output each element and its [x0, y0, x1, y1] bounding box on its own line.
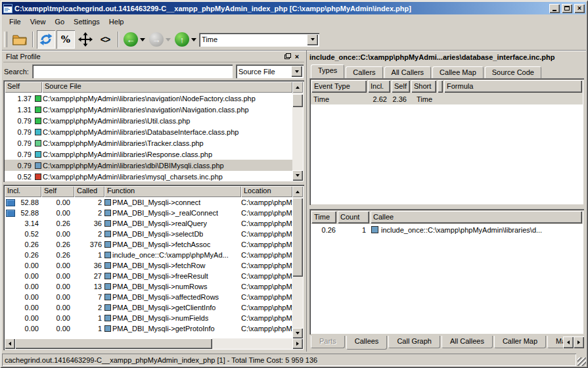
function-row[interactable]: 0.26 0.26 376 PMA_DBI_Mysqli->fetchAssoc… — [5, 239, 292, 250]
scroll-up-button[interactable] — [292, 186, 303, 197]
file-row[interactable]: 0.79 C:\xampp\phpMyAdmin\libraries\dbi\D… — [5, 160, 292, 171]
toolbar-handle[interactable] — [4, 32, 7, 47]
detail-tab[interactable]: Callees — [346, 336, 388, 350]
file-color-icon — [35, 173, 41, 180]
titlebar[interactable]: C:\xampp\tmp\cachegrind.out.1416463299-C… — [2, 2, 586, 14]
function-row[interactable]: 0.00 0.00 36 PMA_DBI_Mysqli->fetchRow C:… — [5, 260, 292, 271]
location-value: C:\xampp\phpMy — [241, 272, 292, 280]
close-button[interactable]: × — [574, 4, 585, 13]
file-row[interactable]: 0.52 C:\xampp\phpMyAdmin\libraries\mysql… — [5, 171, 292, 181]
column-header-time[interactable]: Time — [311, 211, 336, 223]
scrollbar-thumb[interactable] — [292, 94, 303, 107]
column-header-self[interactable]: Self — [5, 81, 42, 93]
scrollbar-thumb[interactable] — [15, 338, 212, 349]
column-header-function[interactable]: Function — [104, 186, 241, 197]
menu-item[interactable]: Help — [104, 16, 129, 28]
detail-tab[interactable]: Callee Map — [432, 66, 484, 78]
menu-item[interactable]: File — [5, 16, 26, 28]
detail-tab[interactable]: Source Code — [485, 66, 541, 78]
column-header-event-type[interactable]: Event Type — [311, 80, 367, 93]
function-row[interactable]: 52.88 0.00 2 PMA_DBI_Mysqli->connect C:\… — [5, 197, 292, 208]
tab-scroll-left-button[interactable] — [563, 336, 574, 348]
detail-tab[interactable]: Callers — [346, 66, 382, 78]
column-header-count[interactable]: Count — [338, 211, 369, 223]
scroll-up-button[interactable] — [292, 81, 303, 93]
tab-scroll-right-button[interactable] — [574, 336, 584, 348]
column-header-self[interactable]: Self — [41, 186, 74, 197]
column-header-location[interactable]: Location — [241, 186, 292, 197]
detail-tab[interactable]: All Callers — [384, 66, 432, 78]
column-header-incl[interactable]: Incl. — [368, 80, 390, 93]
expand-collapse-button[interactable]: <> — [96, 30, 114, 49]
column-header-incl[interactable]: Incl. — [5, 186, 41, 197]
group-by-dropdown-button[interactable] — [291, 66, 302, 77]
open-file-button[interactable] — [11, 30, 29, 49]
menu-item[interactable]: Settings — [69, 16, 104, 28]
scroll-right-button[interactable] — [292, 338, 303, 349]
column-header-callee[interactable]: Callee — [371, 211, 582, 223]
function-row[interactable]: 0.00 0.00 27 PMA_DBI_Mysqli->freeResult … — [5, 271, 292, 281]
detail-tab[interactable]: Parts — [311, 336, 345, 348]
menu-item[interactable]: View — [26, 16, 51, 28]
move-dock-button[interactable] — [76, 30, 95, 49]
resize-grip-icon[interactable] — [577, 357, 586, 366]
column-header-short[interactable]: Short — [411, 80, 436, 93]
file-row[interactable]: 0.79 C:\xampp\phpMyAdmin\libraries\Respo… — [5, 149, 292, 160]
close-icon: × — [577, 5, 581, 12]
function-row[interactable]: 0.26 0.26 1 include_once::C:\xampp\phpMy… — [5, 250, 292, 260]
menu-item[interactable]: Go — [50, 16, 69, 28]
callee-row[interactable]: 0.26 1 include_once::C:\xampp\phpMyAdmin… — [311, 224, 583, 235]
file-list-vscrollbar[interactable] — [292, 93, 303, 181]
forward-button[interactable]: → — [148, 30, 172, 49]
search-row: Search: Source File — [3, 62, 304, 80]
dock-close-button[interactable]: × — [292, 52, 302, 60]
back-button[interactable]: ← — [122, 30, 147, 49]
detail-tab[interactable]: Types — [311, 64, 344, 78]
column-header-source-file[interactable]: Source File — [42, 81, 292, 93]
column-header-self[interactable]: Self — [392, 80, 410, 93]
function-icon — [104, 231, 111, 237]
function-row[interactable]: 52.88 0.00 2 PMA_DBI_Mysqli->_realConnec… — [5, 208, 292, 218]
event-type-dropdown-button[interactable] — [307, 34, 318, 45]
dock-titlebar[interactable]: Flat Profile × — [3, 51, 304, 62]
search-input[interactable] — [32, 64, 233, 78]
scrollbar-thumb[interactable] — [292, 198, 303, 277]
up-dropdown-icon[interactable] — [191, 38, 196, 41]
back-dropdown-icon[interactable] — [140, 38, 145, 41]
function-row[interactable]: 0.00 0.00 7 PMA_DBI_Mysqli->affectedRows… — [5, 292, 292, 302]
relative-percent-button[interactable]: % — [57, 30, 75, 49]
scroll-down-button[interactable] — [292, 328, 303, 338]
file-row[interactable]: 1.31 C:\xampp\phpMyAdmin\libraries\navig… — [5, 104, 292, 115]
dock-float-button[interactable] — [283, 52, 292, 60]
detail-tab[interactable]: Call Graph — [388, 336, 440, 348]
function-icon — [104, 252, 111, 258]
minimize-button[interactable] — [549, 4, 560, 13]
scroll-left-button[interactable] — [5, 338, 15, 349]
detail-tab[interactable]: Caller Map — [494, 336, 546, 348]
function-row[interactable]: 0.52 0.00 2 PMA_DBI_Mysqli->selectDb C:\… — [5, 229, 292, 239]
group-by-combobox[interactable]: Source File — [236, 64, 304, 78]
event-type-row[interactable]: Time 2.62 2.36 Time — [311, 93, 583, 104]
file-row[interactable]: 1.37 C:\xampp\phpMyAdmin\libraries\navig… — [5, 93, 292, 104]
function-row[interactable]: 0.00 0.00 2 PMA_DBI_Mysqli->getClientInf… — [5, 302, 292, 313]
event-type-combobox[interactable]: Time — [199, 33, 319, 47]
function-table-vscrollbar[interactable] — [292, 197, 303, 338]
function-row[interactable]: 0.00 0.00 1 PMA_DBI_Mysqli->numFields C:… — [5, 313, 292, 323]
function-row[interactable]: 3.14 0.26 36 PMA_DBI_Mysqli->realQuery C… — [5, 218, 292, 229]
maximize-button[interactable] — [562, 4, 572, 13]
function-row[interactable]: 0.00 0.00 13 PMA_DBI_Mysqli->numRows C:\… — [5, 281, 292, 292]
scroll-down-button[interactable] — [292, 170, 303, 181]
file-row[interactable]: 0.79 C:\xampp\phpMyAdmin\libraries\Datab… — [5, 126, 292, 137]
file-row[interactable]: 0.79 C:\xampp\phpMyAdmin\libraries\Util.… — [5, 115, 292, 126]
file-row[interactable]: 0.79 C:\xampp\phpMyAdmin\libraries\Track… — [5, 137, 292, 149]
detail-tab[interactable]: All Callees — [441, 336, 493, 348]
column-header-called[interactable]: Called — [74, 186, 104, 197]
function-row[interactable]: 0.00 0.00 1 PMA_DBI_Mysqli->getProtoInfo… — [5, 323, 292, 334]
function-table-hscrollbar[interactable] — [5, 338, 303, 349]
column-header-formula[interactable]: Formula — [444, 80, 582, 93]
menu-item-label: Settings — [74, 18, 100, 26]
up-button[interactable]: ↑ — [173, 30, 198, 49]
cycle-detection-button[interactable] — [37, 30, 55, 49]
self-cost-value: 0.00 — [41, 272, 74, 280]
column-header-spacer[interactable] — [438, 80, 443, 93]
